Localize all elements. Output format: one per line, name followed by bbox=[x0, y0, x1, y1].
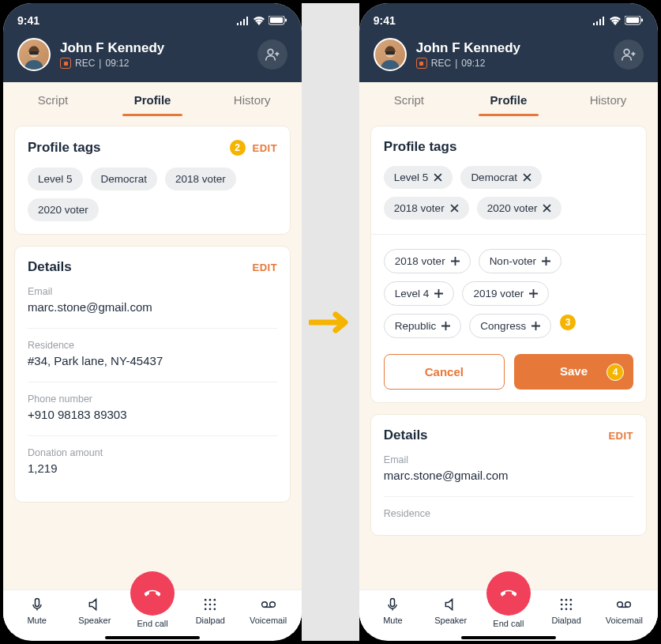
tag-chip-removable[interactable]: 2018 voter bbox=[384, 197, 469, 220]
add-person-button[interactable] bbox=[614, 40, 644, 70]
tag-chip-add[interactable]: Republic bbox=[384, 314, 462, 338]
caller-name: John F Kennedy bbox=[60, 40, 248, 56]
header: 9:41 John F Kennedy REC | 09:12 bbox=[3, 3, 302, 82]
tag-chip-removable[interactable]: Level 5 bbox=[384, 166, 453, 189]
speaker-button[interactable]: Speaker bbox=[426, 597, 476, 625]
tab-profile[interactable]: Profile bbox=[459, 82, 558, 116]
tag-chip-removable[interactable]: Democrat bbox=[460, 166, 542, 189]
svg-point-25 bbox=[561, 599, 563, 601]
rec-label: REC bbox=[431, 58, 451, 69]
call-duration: 09:12 bbox=[461, 58, 485, 69]
dialpad-button[interactable]: Dialpad bbox=[185, 597, 235, 625]
caller-row: John F Kennedy REC | 09:12 bbox=[374, 38, 644, 71]
svg-point-26 bbox=[565, 599, 568, 601]
home-indicator[interactable] bbox=[461, 636, 556, 639]
card-title-tags: Profile tags bbox=[28, 140, 101, 156]
detail-label: Residence bbox=[384, 508, 633, 519]
home-indicator[interactable] bbox=[105, 636, 200, 639]
status-bar: 9:41 bbox=[374, 9, 644, 32]
caller-info: John F Kennedy REC | 09:12 bbox=[60, 40, 248, 69]
svg-point-14 bbox=[209, 608, 212, 611]
applied-tags: Level 5 Democrat 2018 voter 2020 voter bbox=[384, 166, 633, 220]
detail-value: 1,219 bbox=[28, 461, 277, 475]
transition-gap bbox=[302, 3, 359, 641]
detail-value: #34, Park lane, NY-45437 bbox=[28, 354, 277, 367]
tag-chip-add[interactable]: 2018 voter bbox=[384, 249, 471, 273]
tag-chip[interactable]: 2020 voter bbox=[28, 198, 99, 221]
tab-history[interactable]: History bbox=[558, 82, 658, 116]
detail-row: Residence bbox=[384, 508, 633, 519]
divider bbox=[371, 234, 646, 235]
phone-left: 9:41 John F Kennedy REC | 09:12 bbox=[3, 3, 302, 641]
tab-history[interactable]: History bbox=[202, 82, 302, 116]
tab-profile[interactable]: Profile bbox=[103, 82, 202, 116]
svg-rect-19 bbox=[626, 17, 639, 23]
details-card: Details EDIT Email marc.stone@gmail.com … bbox=[370, 414, 647, 536]
body: Script Profile History Profile tags 2 ED… bbox=[3, 82, 302, 633]
avatar[interactable] bbox=[374, 38, 407, 71]
edit-details-button[interactable]: EDIT bbox=[253, 262, 278, 273]
mute-label: Mute bbox=[383, 616, 402, 625]
svg-rect-1 bbox=[270, 17, 283, 23]
tag-chip-removable[interactable]: 2020 voter bbox=[477, 197, 562, 220]
tag-chip-add[interactable]: Congress bbox=[469, 314, 551, 338]
edit-details-button[interactable]: EDIT bbox=[608, 430, 633, 442]
detail-row: Phone number +910 98183 89303 bbox=[28, 394, 277, 436]
voicemail-label: Voicemail bbox=[250, 616, 287, 625]
detail-value: +910 98183 89303 bbox=[28, 408, 277, 421]
edit-tags-button[interactable]: EDIT bbox=[253, 142, 278, 154]
speaker-button[interactable]: Speaker bbox=[69, 597, 120, 625]
tag-chip-add[interactable]: 2019 voter bbox=[462, 281, 549, 306]
rec-icon bbox=[416, 58, 427, 69]
svg-point-30 bbox=[570, 604, 573, 606]
mute-button[interactable]: Mute bbox=[367, 597, 418, 625]
battery-icon bbox=[269, 16, 287, 25]
caller-name: John F Kennedy bbox=[416, 40, 604, 56]
cancel-button[interactable]: Cancel bbox=[384, 354, 505, 390]
tag-chip[interactable]: Level 5 bbox=[28, 168, 83, 190]
scroll-area[interactable]: Profile tags Level 5 Democrat 2018 voter… bbox=[359, 116, 658, 626]
detail-value: marc.stone@gmail.com bbox=[28, 300, 277, 314]
svg-point-7 bbox=[205, 599, 207, 601]
dialpad-label: Dialpad bbox=[551, 616, 580, 625]
details-card: Details EDIT Email marc.stone@gmail.com … bbox=[14, 246, 291, 503]
svg-point-29 bbox=[565, 604, 568, 606]
mute-label: Mute bbox=[27, 616, 46, 625]
dialpad-label: Dialpad bbox=[196, 616, 225, 625]
svg-point-28 bbox=[561, 604, 563, 606]
avatar[interactable] bbox=[17, 38, 51, 71]
tag-chip-add[interactable]: Level 4 bbox=[384, 281, 455, 306]
detail-label: Email bbox=[384, 454, 633, 465]
voicemail-button[interactable]: Voicemail bbox=[599, 597, 649, 625]
tag-chip[interactable]: Democrat bbox=[91, 168, 158, 190]
status-bar: 9:41 bbox=[17, 9, 287, 32]
end-call-button[interactable]: End call bbox=[127, 597, 178, 628]
detail-label: Email bbox=[28, 286, 277, 297]
rec-line: REC | 09:12 bbox=[60, 58, 248, 69]
close-icon bbox=[434, 173, 442, 182]
svg-rect-20 bbox=[641, 19, 643, 22]
plus-icon bbox=[531, 322, 540, 330]
dialpad-button[interactable]: Dialpad bbox=[541, 597, 592, 625]
voicemail-button[interactable]: Voicemail bbox=[243, 597, 294, 625]
svg-point-35 bbox=[625, 602, 631, 608]
button-row: Cancel Save 4 bbox=[384, 354, 633, 390]
svg-point-15 bbox=[214, 608, 216, 611]
svg-point-11 bbox=[209, 604, 212, 606]
tab-script[interactable]: Script bbox=[359, 82, 459, 116]
add-person-button[interactable] bbox=[257, 40, 287, 70]
mute-button[interactable]: Mute bbox=[12, 597, 62, 625]
end-call-button[interactable]: End call bbox=[483, 597, 534, 628]
scroll-area[interactable]: Profile tags 2 EDIT Level 5 Democrat 201… bbox=[3, 116, 302, 593]
svg-rect-4 bbox=[29, 51, 39, 55]
speaker-label: Speaker bbox=[434, 616, 467, 625]
detail-value: marc.stone@gmail.com bbox=[384, 469, 633, 482]
svg-point-13 bbox=[205, 608, 207, 611]
tag-chip[interactable]: 2018 voter bbox=[165, 168, 236, 190]
arrow-icon bbox=[309, 310, 353, 335]
save-button[interactable]: Save 4 bbox=[514, 354, 633, 390]
profile-tags-card: Profile tags Level 5 Democrat 2018 voter… bbox=[370, 126, 647, 403]
body: Script Profile History Profile tags Leve… bbox=[359, 82, 658, 633]
tag-chip-add[interactable]: Non-voter bbox=[479, 249, 561, 273]
tab-script[interactable]: Script bbox=[3, 82, 103, 116]
